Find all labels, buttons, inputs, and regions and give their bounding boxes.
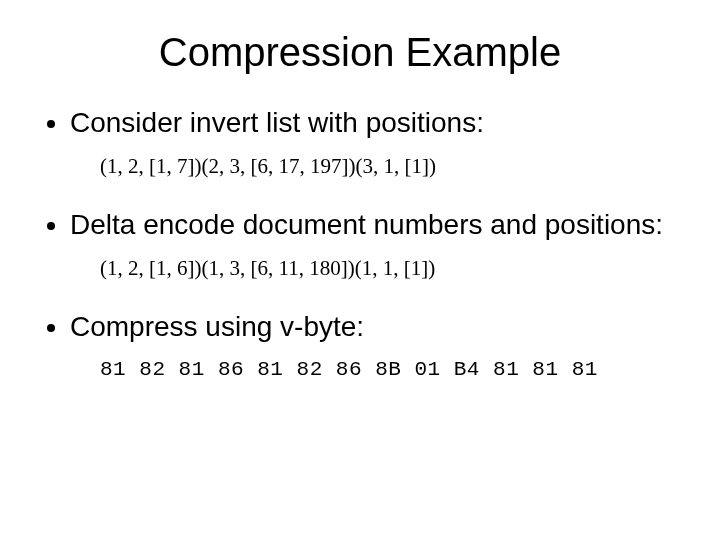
vbyte-hex: 81 82 81 86 81 82 86 8B 01 B4 81 81 81 (100, 358, 680, 381)
formula-2: (1, 2, [1, 6])(1, 3, [6, 11, 180])(1, 1,… (100, 256, 680, 281)
bullet-list-3: Compress using v-byte: (40, 309, 680, 344)
formula-1: (1, 2, [1, 7])(2, 3, [6, 17, 197])(3, 1,… (100, 154, 680, 179)
bullet-list-2: Delta encode document numbers and positi… (40, 207, 680, 242)
bullet-2: Delta encode document numbers and positi… (70, 207, 680, 242)
slide: Compression Example Consider invert list… (0, 0, 720, 540)
bullet-list: Consider invert list with positions: (40, 105, 680, 140)
bullet-1: Consider invert list with positions: (70, 105, 680, 140)
slide-title: Compression Example (40, 30, 680, 75)
bullet-3: Compress using v-byte: (70, 309, 680, 344)
